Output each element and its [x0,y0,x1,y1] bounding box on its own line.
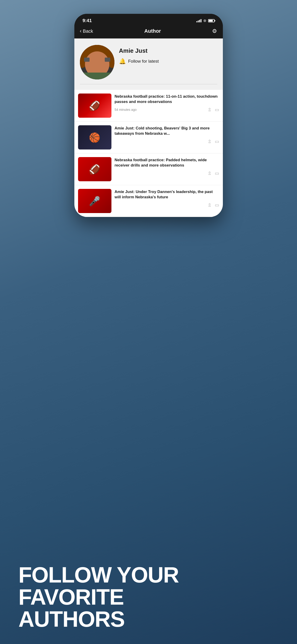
promo-section: FOLLOW YOUR FAVORITE AUTHORS [0,564,297,630]
share-icon[interactable]: ⇫ [208,202,212,208]
article-title: Nebraska football practice: 11-on-11 act… [115,94,219,104]
bookmark-icon[interactable]: ▭ [215,202,219,208]
promo-line1: FOLLOW YOUR [18,564,278,586]
divider [80,84,217,84]
article-time: 54 minutes ago [115,108,137,112]
status-time: 9:41 [83,18,92,23]
chevron-left-icon: ‹ [80,28,82,34]
article-thumbnail [78,189,112,213]
settings-icon[interactable]: ⚙ [212,28,217,34]
article-info: Nebraska football practice: 11-on-11 act… [115,94,219,112]
share-icon[interactable]: ⇫ [208,107,212,112]
promo-line2: FAVORITE [18,586,278,608]
avatar [80,45,114,80]
bookmark-icon[interactable]: ▭ [215,170,219,176]
list-item[interactable]: Amie Just: Under Troy Dannen's leadershi… [74,185,223,217]
back-button[interactable]: ‹ Back [80,28,93,34]
bell-icon: 🔔 [119,58,126,64]
nav-bar: ‹ Back Author ⚙ [74,26,223,38]
page-title: Author [144,28,161,34]
signal-icon [196,19,202,22]
bookmark-icon[interactable]: ▭ [215,139,219,144]
list-item[interactable]: Nebraska football practice: 11-on-11 act… [74,90,223,122]
article-actions: ⇫ ▭ [208,170,219,176]
profile-card: Amie Just 🔔 Follow for latest [74,38,223,90]
article-thumbnail [78,94,112,118]
phone-container: 9:41 ⊛ ‹ Back Author ⚙ [74,14,223,217]
article-actions: ⇫ ▭ [208,107,219,112]
share-icon[interactable]: ⇫ [208,170,212,176]
article-actions: ⇫ ▭ [208,139,219,144]
author-info: Amie Just 🔔 Follow for latest [119,45,159,64]
status-bar: 9:41 ⊛ [74,14,223,26]
list-item[interactable]: Nebraska football practice: Padded helme… [74,154,223,185]
status-icons: ⊛ [196,18,214,23]
article-thumbnail [78,157,112,181]
article-info: Nebraska football practice: Padded helme… [115,157,219,176]
wifi-icon: ⊛ [203,18,206,23]
back-label: Back [83,28,93,34]
promo-line3: AUTHORS [18,608,278,630]
article-title: Amie Just: Under Troy Dannen's leadershi… [115,189,219,200]
list-item[interactable]: Amie Just: Cold shooting, Beavers' Big 3… [74,122,223,154]
follow-label: Follow for latest [128,59,159,64]
article-info: Amie Just: Cold shooting, Beavers' Big 3… [115,125,219,144]
article-title: Amie Just: Cold shooting, Beavers' Big 3… [115,126,219,136]
article-title: Nebraska football practice: Padded helme… [115,158,219,168]
article-actions: ⇫ ▭ [208,202,219,208]
share-icon[interactable]: ⇫ [208,139,212,144]
article-thumbnail [78,125,112,150]
articles-section: Nebraska football practice: 11-on-11 act… [74,90,223,217]
battery-icon [208,19,214,22]
author-name: Amie Just [119,47,159,54]
article-info: Amie Just: Under Troy Dannen's leadershi… [115,189,219,208]
bookmark-icon[interactable]: ▭ [215,107,219,112]
follow-button[interactable]: 🔔 Follow for latest [119,58,159,64]
